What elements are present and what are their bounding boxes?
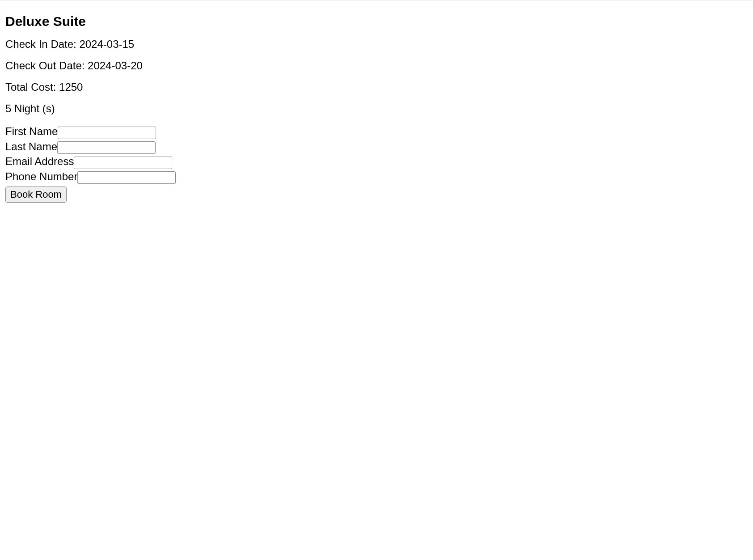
book-room-button[interactable]: Book Room (5, 187, 67, 203)
email-input[interactable] (74, 157, 172, 169)
total-cost-line: Total Cost: 1250 (5, 81, 748, 93)
check-out-value: 2024-03-20 (88, 59, 143, 72)
phone-input[interactable] (77, 171, 176, 184)
total-cost-value: 1250 (59, 81, 83, 93)
check-out-line: Check Out Date: 2024-03-20 (5, 59, 748, 72)
nights-line: 5 Night (s) (5, 102, 748, 115)
last-name-label: Last Name (5, 140, 57, 153)
phone-label: Phone Number (5, 170, 77, 182)
check-out-label: Check Out Date: (5, 59, 88, 72)
page-title: Deluxe Suite (5, 14, 748, 29)
check-in-value: 2024-03-15 (79, 38, 134, 50)
email-label: Email Address (5, 155, 74, 167)
total-cost-label: Total Cost: (5, 81, 59, 93)
last-name-input[interactable] (57, 141, 156, 154)
first-name-label: First Name (5, 125, 58, 137)
first-name-input[interactable] (58, 127, 156, 139)
check-in-line: Check In Date: 2024-03-15 (5, 38, 748, 51)
check-in-label: Check In Date: (5, 38, 79, 50)
